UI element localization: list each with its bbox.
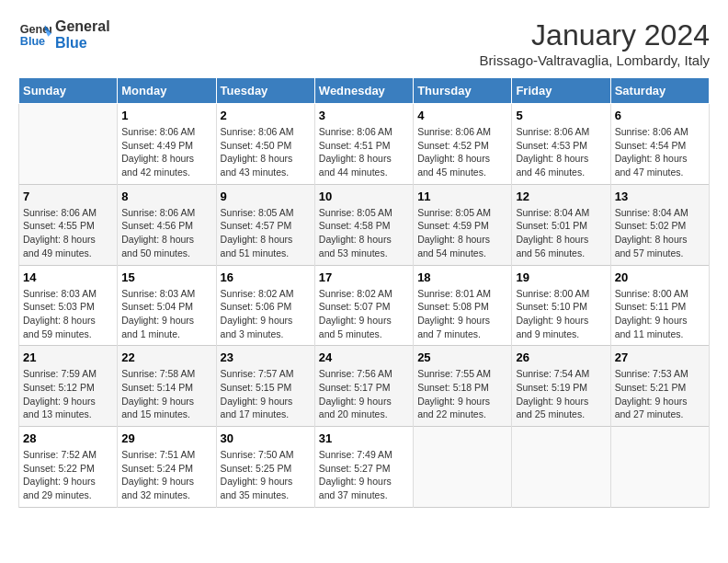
day-number: 6 [615,109,705,122]
day-info: Sunrise: 8:02 AM Sunset: 5:07 PM Dayligh… [319,287,409,341]
calendar-cell: 12Sunrise: 8:04 AM Sunset: 5:01 PM Dayli… [512,184,610,265]
day-number: 4 [417,109,507,122]
day-info: Sunrise: 7:59 AM Sunset: 5:12 PM Dayligh… [23,367,113,421]
day-info: Sunrise: 8:04 AM Sunset: 5:01 PM Dayligh… [516,206,606,260]
day-number: 20 [615,270,705,284]
day-number: 18 [417,270,507,284]
calendar-cell: 5Sunrise: 8:06 AM Sunset: 4:53 PM Daylig… [512,104,610,185]
calendar-cell: 3Sunrise: 8:06 AM Sunset: 4:51 PM Daylig… [314,104,413,185]
calendar-title: January 2024 [480,18,710,52]
day-number: 10 [319,190,409,203]
column-header-monday: Monday [118,78,216,104]
day-number: 25 [417,350,507,364]
calendar-cell: 4Sunrise: 8:06 AM Sunset: 4:52 PM Daylig… [414,104,512,185]
day-info: Sunrise: 8:06 AM Sunset: 4:53 PM Dayligh… [516,125,606,179]
day-number: 17 [319,270,409,284]
logo-line2: Blue [55,35,110,52]
logo-line1: General [55,18,110,35]
calendar-header-row: SundayMondayTuesdayWednesdayThursdayFrid… [19,78,710,104]
day-number: 26 [516,350,606,364]
calendar-cell: 8Sunrise: 8:06 AM Sunset: 4:56 PM Daylig… [118,184,216,265]
day-info: Sunrise: 7:52 AM Sunset: 5:22 PM Dayligh… [23,448,113,502]
day-info: Sunrise: 8:02 AM Sunset: 5:06 PM Dayligh… [221,287,311,341]
calendar-cell: 31Sunrise: 7:49 AM Sunset: 5:27 PM Dayli… [314,427,413,508]
calendar-cell: 9Sunrise: 8:05 AM Sunset: 4:57 PM Daylig… [216,184,314,265]
day-info: Sunrise: 7:58 AM Sunset: 5:14 PM Dayligh… [121,367,211,421]
day-info: Sunrise: 8:00 AM Sunset: 5:11 PM Dayligh… [615,287,705,341]
day-info: Sunrise: 7:53 AM Sunset: 5:21 PM Dayligh… [615,367,705,421]
day-info: Sunrise: 7:55 AM Sunset: 5:18 PM Dayligh… [417,367,507,421]
calendar-cell: 27Sunrise: 7:53 AM Sunset: 5:21 PM Dayli… [610,346,709,427]
svg-text:Blue: Blue [20,35,45,48]
day-number: 14 [23,270,113,284]
day-number: 29 [121,431,211,445]
calendar-week-row: 7Sunrise: 8:06 AM Sunset: 4:55 PM Daylig… [19,184,710,265]
day-info: Sunrise: 8:01 AM Sunset: 5:08 PM Dayligh… [417,287,507,341]
calendar-cell: 20Sunrise: 8:00 AM Sunset: 5:11 PM Dayli… [610,265,709,346]
calendar-cell: 11Sunrise: 8:05 AM Sunset: 4:59 PM Dayli… [414,184,512,265]
day-number: 16 [221,270,311,284]
day-info: Sunrise: 8:06 AM Sunset: 4:50 PM Dayligh… [221,125,311,179]
day-info: Sunrise: 8:06 AM Sunset: 4:49 PM Dayligh… [121,125,211,179]
calendar-cell: 29Sunrise: 7:51 AM Sunset: 5:24 PM Dayli… [118,427,216,508]
day-number: 5 [516,109,606,122]
day-number: 28 [23,431,113,445]
day-number: 12 [516,190,606,203]
logo: General Blue General Blue [18,18,110,52]
calendar-cell: 26Sunrise: 7:54 AM Sunset: 5:19 PM Dayli… [512,346,610,427]
calendar-cell: 13Sunrise: 8:04 AM Sunset: 5:02 PM Dayli… [610,184,709,265]
calendar-cell: 30Sunrise: 7:50 AM Sunset: 5:25 PM Dayli… [216,427,314,508]
column-header-sunday: Sunday [19,78,118,104]
day-number: 19 [516,270,606,284]
calendar-cell: 21Sunrise: 7:59 AM Sunset: 5:12 PM Dayli… [19,346,118,427]
day-number: 21 [23,350,113,364]
column-header-friday: Friday [512,78,610,104]
day-number: 8 [121,190,211,203]
column-header-tuesday: Tuesday [216,78,314,104]
day-info: Sunrise: 7:54 AM Sunset: 5:19 PM Dayligh… [516,367,606,421]
title-block: January 2024 Brissago-Valtravaglia, Lomb… [480,18,710,68]
day-info: Sunrise: 8:03 AM Sunset: 5:04 PM Dayligh… [121,287,211,341]
calendar-cell: 16Sunrise: 8:02 AM Sunset: 5:06 PM Dayli… [216,265,314,346]
calendar-cell: 23Sunrise: 7:57 AM Sunset: 5:15 PM Dayli… [216,346,314,427]
day-info: Sunrise: 8:06 AM Sunset: 4:55 PM Dayligh… [23,206,113,260]
logo-icon: General Blue [18,18,51,52]
calendar-subtitle: Brissago-Valtravaglia, Lombardy, Italy [480,52,710,68]
calendar-cell: 24Sunrise: 7:56 AM Sunset: 5:17 PM Dayli… [314,346,413,427]
day-number: 9 [221,190,311,203]
page-header: General Blue General Blue January 2024 B… [18,18,710,68]
day-number: 30 [221,431,311,445]
day-number: 23 [221,350,311,364]
day-info: Sunrise: 8:04 AM Sunset: 5:02 PM Dayligh… [615,206,705,260]
day-info: Sunrise: 8:06 AM Sunset: 4:51 PM Dayligh… [319,125,409,179]
day-info: Sunrise: 8:06 AM Sunset: 4:52 PM Dayligh… [417,125,507,179]
calendar-cell: 17Sunrise: 8:02 AM Sunset: 5:07 PM Dayli… [314,265,413,346]
calendar-week-row: 21Sunrise: 7:59 AM Sunset: 5:12 PM Dayli… [19,346,710,427]
calendar-cell: 18Sunrise: 8:01 AM Sunset: 5:08 PM Dayli… [414,265,512,346]
column-header-saturday: Saturday [610,78,709,104]
day-info: Sunrise: 7:50 AM Sunset: 5:25 PM Dayligh… [221,448,311,502]
day-number: 7 [23,190,113,203]
calendar-cell: 2Sunrise: 8:06 AM Sunset: 4:50 PM Daylig… [216,104,314,185]
day-info: Sunrise: 8:03 AM Sunset: 5:03 PM Dayligh… [23,287,113,341]
calendar-cell: 28Sunrise: 7:52 AM Sunset: 5:22 PM Dayli… [19,427,118,508]
day-info: Sunrise: 7:51 AM Sunset: 5:24 PM Dayligh… [121,448,211,502]
calendar-cell: 1Sunrise: 8:06 AM Sunset: 4:49 PM Daylig… [118,104,216,185]
day-info: Sunrise: 8:05 AM Sunset: 4:57 PM Dayligh… [221,206,311,260]
calendar-cell: 10Sunrise: 8:05 AM Sunset: 4:58 PM Dayli… [314,184,413,265]
day-info: Sunrise: 8:06 AM Sunset: 4:56 PM Dayligh… [121,206,211,260]
day-number: 1 [121,109,211,122]
day-info: Sunrise: 8:05 AM Sunset: 4:58 PM Dayligh… [319,206,409,260]
calendar-week-row: 28Sunrise: 7:52 AM Sunset: 5:22 PM Dayli… [19,427,710,508]
day-number: 13 [615,190,705,203]
day-number: 27 [615,350,705,364]
calendar-cell [610,427,709,508]
day-info: Sunrise: 7:56 AM Sunset: 5:17 PM Dayligh… [319,367,409,421]
calendar-cell: 6Sunrise: 8:06 AM Sunset: 4:54 PM Daylig… [610,104,709,185]
day-number: 11 [417,190,507,203]
day-number: 3 [319,109,409,122]
calendar-cell: 7Sunrise: 8:06 AM Sunset: 4:55 PM Daylig… [19,184,118,265]
calendar-cell: 22Sunrise: 7:58 AM Sunset: 5:14 PM Dayli… [118,346,216,427]
day-info: Sunrise: 8:05 AM Sunset: 4:59 PM Dayligh… [417,206,507,260]
calendar-cell: 14Sunrise: 8:03 AM Sunset: 5:03 PM Dayli… [19,265,118,346]
